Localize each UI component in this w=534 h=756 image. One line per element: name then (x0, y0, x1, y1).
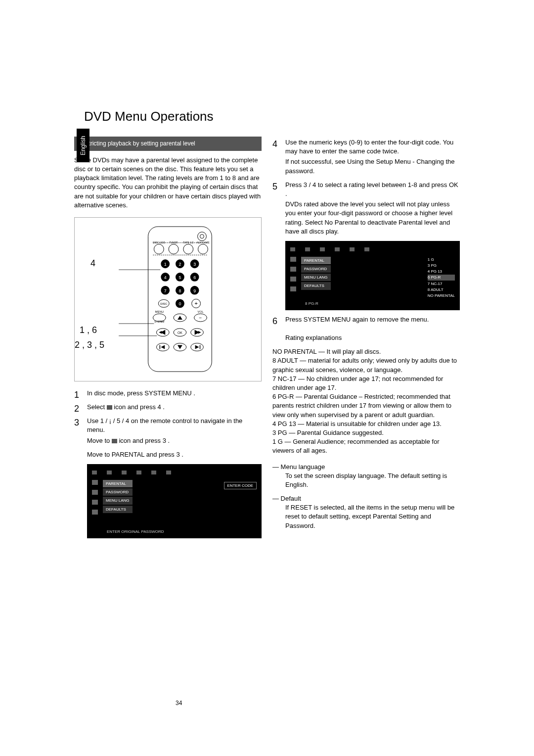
section-heading: Restricting playback by setting parental… (74, 137, 262, 151)
step-4-text: Use the numeric keys (0-9) to enter the … (285, 138, 460, 156)
svg-text:VOL: VOL (198, 311, 204, 314)
right-column: 4 Use the numeric keys (0-9) to enter th… (272, 137, 460, 543)
step-4: 4 Use the numeric keys (0-9) to enter th… (272, 138, 460, 156)
osd2-item-defaults: DEFAULTS (301, 282, 331, 289)
rating-7: 7 NC-17 — No children under age 17; not … (272, 375, 460, 392)
step-num-5: 5 (272, 181, 281, 198)
svg-marker-55 (161, 345, 165, 349)
svg-text:5: 5 (179, 275, 181, 280)
svg-text:DISC 1/2/3: DISC 1/2/3 (153, 241, 165, 244)
page-title: DVD Menu Operations (84, 109, 460, 124)
osd2-item-parental: PARENTAL (301, 257, 331, 264)
step-5-sub: DVDs rated above the level you select wi… (285, 200, 460, 236)
default-text: If RESET is selected, all the items in t… (285, 503, 460, 530)
step-num-3: 3 (74, 417, 83, 434)
step-2-text: Select icon and press 4 . (87, 403, 262, 415)
step-num-2: 2 (74, 403, 83, 415)
svg-text:6: 6 (193, 275, 196, 280)
osd-side-icons-2 (290, 257, 296, 298)
step-6: 6 Press SYSTEM MENU again to remove the … (272, 315, 460, 328)
page-number: 34 (176, 700, 182, 707)
osd-side-icons (92, 480, 98, 515)
step-1-text: In disc mode, press SYSTEM MENU . (87, 389, 262, 401)
default-heading: — Default (272, 494, 460, 503)
menu-lang-heading: — Menu language (272, 463, 460, 472)
callout-2-3-5: 2 , 3 , 5 (75, 339, 104, 351)
menu-lang-text: To set the screen display language. The … (285, 472, 460, 489)
step-4-sub: If not successful, see Using the Setup M… (285, 157, 460, 175)
content-columns: Restricting playback by setting parental… (74, 137, 460, 543)
osd2-item-menulang: MENU LANG (301, 274, 331, 281)
osd-tab-icons-2 (290, 246, 455, 253)
callout-4: 4 (90, 257, 95, 270)
left-column: Restricting playback by setting parental… (74, 137, 262, 543)
osd-screenshot-1: PARENTAL PASSWORD MENU LANG DEFAULTS ENT… (87, 464, 262, 538)
osd-foot-1: ENTER ORIGINAL PASSWORD (107, 529, 164, 534)
osd-screenshot-2: PARENTAL PASSWORD MENU LANG DEFAULTS 1 G… (285, 241, 460, 310)
callout-1-6: 1 , 6 (80, 324, 97, 336)
step-3-sub2: Move to PARENTAL and press 3 . (87, 450, 262, 459)
intro-paragraph: Some DVDs may have a parental level assi… (74, 156, 262, 210)
svg-text:3: 3 (193, 262, 196, 267)
svg-point-6 (183, 244, 193, 254)
svg-text:DISC: DISC (160, 303, 168, 306)
svg-text:1: 1 (164, 262, 167, 267)
rating-8: 8 ADULT — material for adults only; view… (272, 356, 460, 374)
svg-text:MENU: MENU (155, 311, 164, 314)
svg-text:TAPE 1/2: TAPE 1/2 (183, 241, 194, 244)
manual-page: English DVD Menu Operations Restricting … (0, 0, 534, 756)
osd-item-parental: PARENTAL (103, 480, 133, 487)
svg-text:OK: OK (178, 331, 182, 334)
osd-item-defaults: DEFAULTS (103, 506, 133, 513)
rating-6: 6 PG-R — Parental Guidance – Restricted;… (272, 392, 460, 420)
svg-text:9: 9 (193, 288, 196, 293)
svg-text:8: 8 (179, 288, 181, 293)
osd-item-password: PASSWORD (103, 488, 133, 496)
svg-marker-52 (198, 331, 201, 334)
step-num-4: 4 (272, 138, 281, 156)
osd-entercode: ENTER CODE (224, 482, 257, 489)
language-tab: English (77, 129, 89, 162)
svg-marker-47 (159, 331, 162, 334)
rating-3: 3 PG — Parental Guidance suggested. (272, 428, 460, 437)
step-2: 2 Select icon and press 4 . (74, 403, 262, 415)
svg-text:TUNER: TUNER (170, 241, 178, 244)
svg-text:0: 0 (179, 302, 181, 307)
step-6-text: Press SYSTEM MENU again to remove the me… (285, 315, 460, 328)
setup-icon (107, 405, 112, 410)
rating-1: 1 G — General Audience; recommended as a… (272, 437, 460, 455)
svg-point-4 (154, 244, 164, 254)
svg-marker-60 (195, 345, 199, 349)
step-3-sub1: Move to icon and press 3 . (87, 436, 262, 445)
step-3: 3 Use 1 / ¡ / 5 / 4 on the remote contro… (74, 417, 262, 434)
osd-menu-list-2: PARENTAL PASSWORD MENU LANG DEFAULTS (301, 257, 331, 298)
rating-no-parental: NO PARENTAL — It will play all discs. (272, 347, 460, 356)
osd-tab-icons (92, 469, 257, 476)
step-5-text: Press 3 / 4 to select a rating level bet… (285, 181, 460, 198)
remote-icon: DISC 1/2/3 TUNER TAPE 1/2 AUX/GAME 1 2 3… (104, 226, 231, 373)
step-3-text: Use 1 / ¡ / 5 / 4 on the remote control … (87, 417, 262, 434)
svg-text:+: + (195, 301, 198, 307)
lock-icon (112, 439, 117, 443)
svg-text:4: 4 (164, 275, 167, 280)
osd2-item-password: PASSWORD (301, 265, 331, 273)
svg-text:AUX/GAME: AUX/GAME (197, 241, 210, 244)
svg-point-5 (169, 244, 178, 254)
svg-marker-57 (178, 345, 182, 349)
step-5: 5 Press 3 / 4 to select a rating level b… (272, 181, 460, 198)
step-num-6: 6 (272, 315, 281, 328)
svg-text:2: 2 (179, 262, 181, 267)
svg-marker-44 (178, 316, 182, 320)
ratings-heading: Rating explanations (285, 333, 460, 342)
svg-text:−: − (199, 316, 202, 321)
svg-point-1 (198, 232, 207, 241)
osd-foot-2: 8 PG-R (305, 301, 318, 306)
svg-point-7 (198, 244, 208, 254)
osd-menu-list: PARENTAL PASSWORD MENU LANG DEFAULTS (103, 480, 133, 515)
remote-figure: 4 1 , 6 2 , 3 , 5 DISC 1/2/3 TUNE (74, 217, 262, 381)
rating-4: 4 PG 13 — Material is unsuitable for chi… (272, 420, 460, 428)
osd-rating-options: 1 G 3 PG 4 PG 13 6 PG-R 7 NC-17 8 ADULT … (428, 257, 455, 298)
step-1: 1 In disc mode, press SYSTEM MENU . (74, 389, 262, 401)
svg-point-2 (200, 235, 204, 238)
step-num-1: 1 (74, 389, 83, 401)
